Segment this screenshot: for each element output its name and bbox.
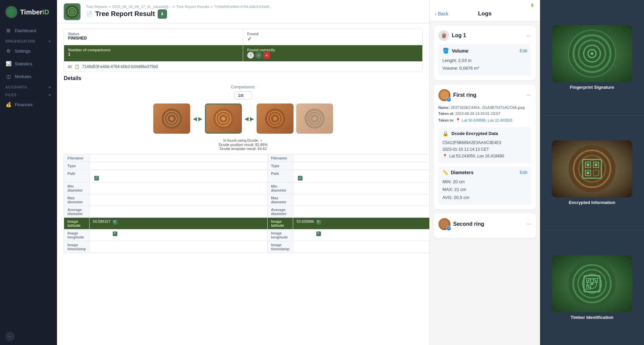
- dcode-check-icon: ✓: [260, 138, 263, 142]
- min-diam-value-left: 20 cm: [90, 183, 268, 194]
- second-ring-more-icon[interactable]: ···: [526, 220, 531, 227]
- log-image-2[interactable]: [205, 104, 242, 134]
- ring-taken-in-label: Taken in:: [438, 118, 454, 122]
- length-label: Lenght:: [442, 58, 457, 63]
- path-link-icon-right[interactable]: 🔗: [298, 176, 303, 181]
- settings-icon: ⚙: [5, 48, 11, 54]
- path-value-right: /Forest/CAC660DD33B445AC89F451C4BAFE2B13…: [293, 170, 429, 183]
- lon-value-left: 22.380777 🔍: [90, 229, 268, 241]
- x-icon: ✕: [263, 52, 270, 59]
- log1-more-icon[interactable]: ···: [526, 32, 531, 39]
- ring-taken-in-field: Taken in: 📍 Lat 50.630886, Lon 22.403503: [438, 117, 531, 124]
- table-row-min-diameter: Min diameter 20 cm Min diameter 20 cm: [64, 183, 430, 194]
- ring-taken-at-value: 2023-08-28 13:33:01 CEST: [455, 112, 501, 116]
- finances-icon: 💰: [5, 101, 11, 108]
- header-icon: [64, 3, 80, 20]
- max-diam-value-right: 21 cm: [293, 194, 429, 206]
- comparisons-value: 1: [68, 52, 239, 57]
- section-accounts: ACCOUNTS: [0, 83, 57, 90]
- dcode-block-title: Dcode Encrypted Data: [451, 131, 498, 136]
- sidebar-item-dashboard-label: Dashboard: [15, 28, 36, 33]
- phone-time: 13:34: [435, 3, 446, 8]
- breadcrumb-results[interactable]: Tree Report Results: [176, 5, 209, 9]
- table-row-image-lat: Image latitude 50.589157 🔍 Image latitud…: [64, 218, 430, 229]
- second-ring-header: 👁 Second ring ···: [438, 218, 531, 230]
- sidebar-collapse-button[interactable]: ←: [5, 332, 15, 341]
- fingerprint-image: [552, 25, 632, 82]
- comparisons-block: Comparisons: 1st 2nd 3rd: [64, 85, 423, 99]
- sidebar-bottom: ←: [0, 328, 57, 345]
- ts-label-right: Image timestamp: [268, 241, 293, 253]
- sidebar-item-finances[interactable]: 💰 Finances: [0, 98, 57, 111]
- dcode-location-field: 📍 Lat 53.243050, Lon 16.418490: [442, 153, 527, 159]
- encrypted-label: Encrypted Information: [569, 200, 615, 205]
- lat-link-icon-right[interactable]: 🔍: [316, 220, 321, 224]
- ring-name-value: 2D371E0EC4454...D1A3B75371ACC6A.jpeg: [451, 106, 525, 110]
- dcode-location-link[interactable]: Lat 53.243050, Lon 16.418490: [449, 154, 504, 158]
- svg-rect-58: [588, 286, 589, 288]
- breadcrumb-date[interactable]: 2023_08_29_09_17_41_lukasdi@...: [112, 5, 171, 9]
- svg-point-59: [591, 282, 593, 285]
- min-diam-label-left: Min diameter: [64, 183, 90, 194]
- sidebar-item-statistics[interactable]: 📊 Statistics: [0, 57, 57, 70]
- phone-status-bar: 13:34 ▐▌ LTE 🔋: [430, 0, 540, 8]
- breadcrumb: Tree Reports > 2023_08_29_09_17_41_lukas…: [86, 5, 423, 9]
- path-label-right: Path: [268, 170, 293, 183]
- log-image-4[interactable]: [296, 104, 333, 134]
- lon-value-right: 22.403503 🔍: [293, 229, 429, 241]
- path-link-icon-left[interactable]: 🔗: [94, 176, 99, 181]
- svg-point-35: [569, 145, 615, 192]
- diameters-title-row: 📏 Diameters: [442, 170, 474, 175]
- max-diam-value: 21 cm: [454, 187, 466, 192]
- diameters-edit-button[interactable]: Edit: [520, 170, 527, 175]
- back-button[interactable]: ‹ Back: [435, 11, 460, 16]
- timber-card[interactable]: Timber Identification: [540, 230, 644, 345]
- comparisons-label: Number of comparisons: [68, 48, 239, 52]
- dcode-block-header: 🔒 Dcode Encrypted Data: [442, 131, 527, 137]
- dcode-block-icon: 🔒: [442, 131, 449, 137]
- sidebar-item-modules-label: Modules: [15, 74, 31, 79]
- header-title-block: Tree Reports > 2023_08_29_09_17_41_lukas…: [86, 5, 423, 19]
- download-button[interactable]: ⬇: [158, 9, 167, 19]
- volume-data: Lenght: 2,53 m Volume: 0,0876 m³: [442, 57, 527, 72]
- ring-name-label: Name:: [438, 106, 450, 110]
- sidebar-item-modules[interactable]: ◫ Modules: [0, 70, 57, 83]
- log1-header: 🪵 Log 1 ···: [438, 30, 531, 41]
- found-cell: Found ✓: [243, 29, 422, 45]
- page-title: Tree Report Result: [95, 10, 155, 18]
- sidebar-item-dashboard[interactable]: ⊞ Dashboard: [0, 24, 57, 37]
- sidebar-item-settings[interactable]: ⚙ Settings: [0, 45, 57, 57]
- breadcrumb-tree-reports[interactable]: Tree Reports: [86, 5, 107, 9]
- lat-link-icon-left[interactable]: 🔍: [113, 220, 117, 224]
- diameters-block: 📏 Diameters Edit MIN: 20 cm MAX: 21 cm: [438, 166, 531, 205]
- volume-field: Volume: 0,0876 m³: [442, 64, 527, 72]
- found-correctly-label: Found correctly: [247, 48, 418, 52]
- log-image-3[interactable]: [257, 104, 293, 134]
- volume-block: 🪣 Volume Edit Lenght: 2,53 m Volume: 0,0…: [438, 44, 531, 76]
- filename-label-right: Filename: [268, 154, 293, 162]
- status-label-cell: Status FINISHED: [64, 29, 243, 45]
- question-icon: ?: [247, 52, 254, 59]
- main-area: Tree Reports > 2023_08_29_09_17_41_lukas…: [57, 0, 429, 345]
- encrypted-card[interactable]: Encrypted Information: [540, 115, 644, 230]
- lon-link-icon-left[interactable]: 🔍: [113, 231, 117, 236]
- arrow-right-icon-2: ◀ ▶: [245, 116, 254, 122]
- fingerprint-card[interactable]: Fingerprint Signature: [540, 0, 644, 115]
- lat-label-left: Image latitude: [64, 218, 90, 229]
- ring-taken-in-link[interactable]: Lat 50.630886, Lon 22.403503: [462, 118, 513, 122]
- log1-title-row: 🪵 Log 1: [438, 30, 466, 41]
- modules-icon: ◫: [5, 73, 11, 79]
- content-inner: Status FINISHED Found ✓ Number of compar…: [57, 23, 429, 345]
- volume-edit-button[interactable]: Edit: [520, 48, 527, 53]
- log-image-1[interactable]: [153, 104, 190, 134]
- diameters-icon: 📏: [442, 170, 448, 175]
- status-table: Status FINISHED Found ✓ Number of compar…: [64, 29, 423, 72]
- breadcrumb-id[interactable]: 7146d53f-e40d-4764-b0b3-b34d9...: [214, 5, 272, 9]
- volume-value: 0,0876 m³: [460, 66, 479, 71]
- first-ring-more-icon[interactable]: ···: [526, 91, 531, 98]
- first-ring-header: 👁 First ring ···: [438, 89, 531, 101]
- comparisons-select[interactable]: 1st 2nd 3rd: [234, 91, 252, 99]
- volume-header: 🪣 Volume Edit: [442, 48, 527, 54]
- table-row-image-lon: Image longitude 22.380777 🔍 Image longit…: [64, 229, 430, 241]
- lon-link-icon-right[interactable]: 🔍: [316, 231, 321, 236]
